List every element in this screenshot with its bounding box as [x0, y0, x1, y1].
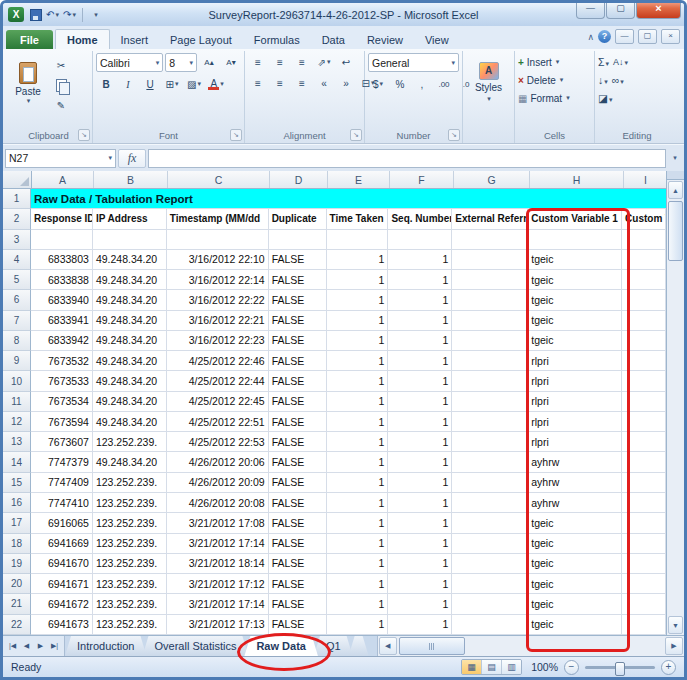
- cell[interactable]: 49.248.34.20: [93, 351, 167, 371]
- underline-button[interactable]: U: [140, 75, 160, 93]
- cell[interactable]: 7747410: [31, 493, 93, 513]
- cell[interactable]: 4/25/2012 22:44: [167, 371, 269, 391]
- zoom-in-button[interactable]: +: [661, 660, 676, 675]
- row-header[interactable]: 12: [3, 412, 31, 432]
- cell[interactable]: [452, 594, 528, 614]
- row-header[interactable]: 5: [3, 270, 31, 290]
- column-header-cell-f[interactable]: Seq. Number: [388, 209, 452, 229]
- page-break-view-button[interactable]: ▥: [502, 660, 521, 674]
- cell[interactable]: [452, 412, 528, 432]
- cell[interactable]: FALSE: [269, 371, 327, 391]
- horizontal-scrollbar-thumb[interactable]: [399, 637, 465, 655]
- cell[interactable]: tgeic: [528, 250, 622, 270]
- cell[interactable]: 6941673: [31, 615, 93, 635]
- cell[interactable]: [622, 270, 666, 290]
- save-button[interactable]: [28, 7, 43, 23]
- cell[interactable]: 1: [327, 311, 389, 331]
- cell[interactable]: 1: [327, 554, 389, 574]
- paste-button[interactable]: Paste ▾: [8, 53, 48, 113]
- cell[interactable]: 123.252.239.: [93, 493, 167, 513]
- cell[interactable]: [622, 250, 666, 270]
- cell[interactable]: FALSE: [269, 412, 327, 432]
- row-header[interactable]: 6: [3, 290, 31, 310]
- close-button[interactable]: ×: [636, 0, 681, 19]
- grow-font-button[interactable]: A▴: [199, 54, 219, 72]
- cell[interactable]: [622, 311, 666, 331]
- cell[interactable]: tgeic: [528, 594, 622, 614]
- delete-cells-button[interactable]: ×Delete▾: [518, 71, 591, 89]
- cell[interactable]: 7673533: [31, 371, 93, 391]
- cell[interactable]: 123.252.239.: [93, 554, 167, 574]
- cell[interactable]: 123.252.239.: [93, 432, 167, 452]
- cell[interactable]: 1: [327, 594, 389, 614]
- cell[interactable]: [452, 290, 528, 310]
- workbook-restore-button[interactable]: ▢: [638, 29, 657, 44]
- cell[interactable]: 6941671: [31, 574, 93, 594]
- cell[interactable]: 1: [388, 615, 452, 635]
- cell[interactable]: FALSE: [269, 250, 327, 270]
- cell[interactable]: FALSE: [269, 311, 327, 331]
- report-title-cell[interactable]: Raw Data / Tabulation Report: [31, 189, 666, 209]
- cell[interactable]: rlpri: [528, 371, 622, 391]
- cell[interactable]: [452, 473, 528, 493]
- row-header[interactable]: 7: [3, 311, 31, 331]
- cell[interactable]: 1: [327, 270, 389, 290]
- cell[interactable]: [622, 534, 666, 554]
- column-header-c[interactable]: C: [168, 171, 270, 188]
- cell[interactable]: [452, 432, 528, 452]
- row-header[interactable]: 13: [3, 432, 31, 452]
- sheet-tab-overall-statistics[interactable]: Overall Statistics: [142, 636, 248, 656]
- cell[interactable]: [622, 432, 666, 452]
- cell[interactable]: [622, 554, 666, 574]
- vertical-scrollbar-thumb[interactable]: [668, 201, 683, 261]
- cell[interactable]: [622, 594, 666, 614]
- cell[interactable]: 4/26/2012 20:06: [167, 452, 269, 472]
- font-dialog-launcher[interactable]: ↘: [230, 129, 242, 141]
- cell[interactable]: FALSE: [269, 452, 327, 472]
- cell[interactable]: [452, 392, 528, 412]
- cell[interactable]: [452, 554, 528, 574]
- cell[interactable]: tgeic: [528, 554, 622, 574]
- scroll-down-button[interactable]: ▼: [668, 616, 683, 634]
- cell[interactable]: 3/21/2012 18:14: [167, 554, 269, 574]
- align-left-button[interactable]: ≡: [248, 74, 268, 92]
- cell[interactable]: tgeic: [528, 534, 622, 554]
- cell[interactable]: FALSE: [269, 534, 327, 554]
- cell[interactable]: [622, 452, 666, 472]
- cell[interactable]: 1: [327, 351, 389, 371]
- cell[interactable]: [452, 351, 528, 371]
- cell[interactable]: 3/21/2012 17:14: [167, 594, 269, 614]
- cell[interactable]: 1: [327, 392, 389, 412]
- cell[interactable]: 1: [388, 493, 452, 513]
- column-header-cell-c[interactable]: Timestamp (MM/dd: [167, 209, 269, 229]
- shrink-font-button[interactable]: A▾: [221, 54, 241, 72]
- cell[interactable]: 49.248.34.20: [93, 270, 167, 290]
- vertical-scrollbar-track[interactable]: [667, 262, 684, 615]
- bold-button[interactable]: B: [96, 75, 116, 93]
- row-header[interactable]: 3: [3, 230, 31, 250]
- autosum-button[interactable]: Σ▾: [598, 56, 609, 68]
- increase-decimal-button[interactable]: .00: [434, 75, 454, 93]
- cell[interactable]: [452, 250, 528, 270]
- cell[interactable]: [622, 290, 666, 310]
- cell[interactable]: 3/16/2012 22:21: [167, 311, 269, 331]
- cell[interactable]: tgeic: [528, 311, 622, 331]
- decrease-indent-button[interactable]: «: [314, 74, 334, 92]
- number-dialog-launcher[interactable]: ↘: [448, 129, 460, 141]
- horizontal-scrollbar-track[interactable]: [466, 636, 664, 656]
- row-header[interactable]: 10: [3, 371, 31, 391]
- cell[interactable]: [622, 351, 666, 371]
- column-header-g[interactable]: G: [454, 171, 530, 188]
- column-header-cell-b[interactable]: IP Address: [93, 209, 167, 229]
- cell[interactable]: [452, 534, 528, 554]
- row-header[interactable]: 22: [3, 615, 31, 635]
- row-header[interactable]: 9: [3, 351, 31, 371]
- cell[interactable]: FALSE: [269, 392, 327, 412]
- cell[interactable]: FALSE: [269, 331, 327, 351]
- cell[interactable]: tgeic: [528, 331, 622, 351]
- cell[interactable]: [452, 615, 528, 635]
- cell[interactable]: 1: [327, 534, 389, 554]
- cell[interactable]: 49.248.34.20: [93, 412, 167, 432]
- cell[interactable]: 3/21/2012 17:13: [167, 615, 269, 635]
- undo-button[interactable]: ↶▾: [45, 7, 60, 23]
